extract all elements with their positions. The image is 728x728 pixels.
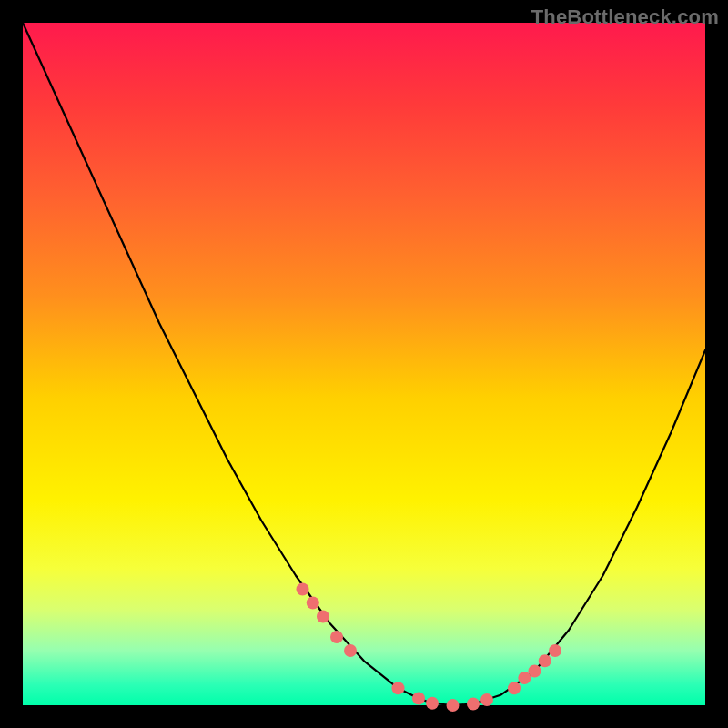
data-dots <box>297 583 562 713</box>
chart-svg <box>0 0 728 728</box>
curve-path <box>23 23 705 705</box>
data-dot <box>539 654 551 667</box>
data-dot <box>529 665 541 678</box>
data-dot <box>307 597 319 610</box>
data-dot <box>392 682 405 694</box>
data-dot <box>447 699 460 712</box>
data-dot <box>344 644 357 657</box>
data-dot <box>412 693 425 705</box>
bottleneck-curve <box>23 23 705 705</box>
data-dot <box>330 631 343 643</box>
data-dot <box>426 697 439 710</box>
data-dot <box>549 644 561 657</box>
data-dot <box>297 583 309 596</box>
data-dot <box>480 693 493 706</box>
data-dot <box>317 611 329 623</box>
data-dot <box>508 682 521 694</box>
data-dot <box>467 698 480 711</box>
chart-frame: TheBottleneck.com <box>0 0 728 728</box>
